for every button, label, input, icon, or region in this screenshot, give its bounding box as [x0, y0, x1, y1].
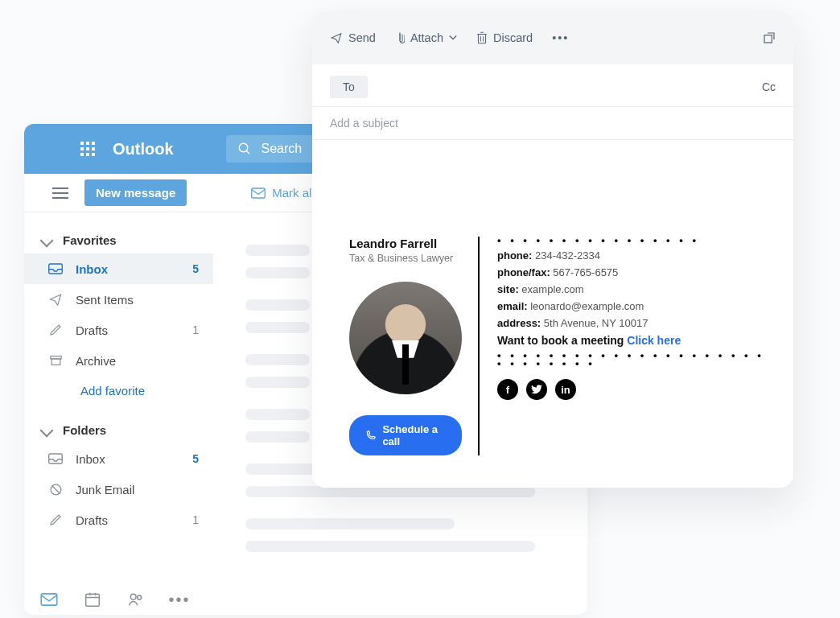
search-placeholder: Search [261, 142, 303, 156]
hamburger-icon[interactable] [52, 187, 68, 199]
popout-button[interactable] [763, 31, 776, 44]
favorites-section-header[interactable]: Favorites [24, 227, 213, 253]
svg-line-8 [51, 485, 60, 493]
sidebar-item-label: Archive [76, 354, 199, 368]
search-icon [237, 142, 252, 156]
svg-point-14 [130, 594, 136, 599]
send-label: Send [348, 31, 376, 44]
more-actions-button[interactable]: ••• [552, 31, 569, 44]
sidebar-folder-inbox[interactable]: Inbox 5 [24, 443, 213, 474]
sidebar-item-count: 1 [192, 323, 199, 336]
mail-app-icon[interactable] [39, 591, 60, 608]
skeleton-line [245, 354, 310, 365]
subject-input[interactable]: Add a subject [312, 107, 793, 140]
chevron-down-icon [449, 35, 457, 41]
send-button[interactable]: Send [330, 31, 376, 44]
cc-button[interactable]: Cc [762, 80, 776, 93]
discard-label: Discard [493, 31, 533, 44]
sidebar-item-count: 1 [192, 513, 199, 526]
sidebar-folder-junk[interactable]: Junk Email [24, 474, 213, 505]
sidebar-item-label: Inbox [76, 262, 179, 276]
twitter-icon[interactable] [526, 379, 547, 400]
svg-rect-3 [49, 264, 63, 274]
blocked-icon [48, 482, 63, 496]
linkedin-icon[interactable]: in [555, 379, 576, 400]
signature-name: Leandro Farrell [349, 237, 462, 250]
svg-rect-6 [49, 454, 63, 464]
skeleton-line [245, 541, 535, 552]
app-title: Outlook [113, 140, 174, 159]
pencil-icon [48, 513, 63, 527]
chevron-down-icon [40, 233, 54, 247]
attach-label: Attach [410, 31, 443, 44]
sidebar-folder-drafts[interactable]: Drafts 1 [24, 505, 213, 535]
signature-phone: phone: 234-432-2334 [497, 249, 769, 262]
people-app-icon[interactable] [126, 591, 146, 608]
social-icons: f in [497, 379, 769, 400]
compose-window: Send Attach Discard ••• To Cc Add a subj… [312, 11, 793, 488]
svg-point-15 [138, 595, 142, 599]
skeleton-line [245, 245, 310, 256]
sidebar-item-archive[interactable]: Archive [24, 345, 213, 376]
sidebar-item-inbox[interactable]: Inbox 5 [24, 253, 213, 284]
send-icon [48, 292, 63, 307]
new-message-button[interactable]: New message [84, 179, 187, 206]
skeleton-line [245, 409, 310, 420]
inbox-icon [48, 451, 63, 466]
to-chip[interactable]: To [330, 76, 368, 98]
signature-address: address: 5th Avenue, NY 10017 [497, 317, 769, 329]
divider-dots: • • • • • • • • • • • • • • • • [497, 237, 769, 245]
divider-dots: • • • • • • • • • • • • • • • • • • • • … [497, 352, 769, 368]
svg-rect-16 [478, 34, 485, 43]
email-signature: Leandro Farrell Tax & Business Lawyer Sc… [349, 237, 769, 455]
sidebar-item-label: Junk Email [76, 483, 199, 496]
signature-site: site: example.com [497, 283, 769, 295]
signature-meeting: Want to book a meeting Click here [497, 334, 769, 347]
to-field-row[interactable]: To Cc [312, 64, 793, 107]
sidebar-item-count: 5 [192, 452, 199, 465]
svg-point-0 [239, 143, 248, 152]
schedule-call-button[interactable]: Schedule a call [349, 415, 462, 455]
envelope-icon [251, 187, 266, 199]
sidebar-item-label: Sent Items [76, 293, 199, 307]
sidebar-item-count: 5 [192, 262, 199, 275]
skeleton-line [245, 486, 535, 497]
svg-rect-10 [86, 594, 100, 606]
skeleton-line [245, 377, 310, 388]
svg-rect-9 [41, 594, 57, 605]
app-switcher: ••• [39, 591, 190, 608]
skeleton-line [245, 431, 310, 443]
folders-section-header[interactable]: Folders [24, 417, 213, 443]
meeting-link[interactable]: Click here [627, 334, 681, 347]
pencil-icon [48, 323, 63, 337]
facebook-icon[interactable]: f [497, 379, 518, 400]
attach-button[interactable]: Attach [395, 31, 457, 45]
add-favorite-button[interactable]: Add favorite [24, 376, 213, 406]
svg-rect-21 [764, 35, 772, 43]
sidebar-item-label: Inbox [76, 452, 179, 466]
signature-role: Tax & Business Lawyer [349, 253, 462, 264]
skeleton-line [245, 299, 310, 311]
signature-fax: phone/fax: 567-765-6575 [497, 266, 769, 278]
skeleton-line [245, 518, 455, 529]
sidebar-item-drafts[interactable]: Drafts 1 [24, 315, 213, 345]
avatar [349, 282, 462, 394]
folders-label: Folders [63, 423, 106, 437]
discard-button[interactable]: Discard [476, 31, 533, 44]
app-launcher-icon[interactable] [80, 142, 95, 156]
favorites-label: Favorites [63, 233, 117, 247]
more-apps-icon[interactable]: ••• [169, 591, 190, 608]
svg-rect-2 [252, 188, 266, 198]
sidebar-item-label: Drafts [76, 323, 179, 337]
signature-email: email: leonardo@example.com [497, 300, 769, 312]
archive-icon [48, 353, 63, 368]
add-favorite-label: Add favorite [80, 384, 145, 398]
sidebar-item-label: Drafts [76, 513, 179, 527]
skeleton-line [245, 267, 310, 278]
sidebar-item-sent[interactable]: Sent Items [24, 284, 213, 315]
compose-toolbar: Send Attach Discard ••• [312, 11, 793, 64]
svg-rect-5 [51, 359, 60, 365]
meeting-text: Want to book a meeting [497, 334, 624, 347]
calendar-app-icon[interactable] [82, 591, 103, 608]
inbox-icon [48, 262, 63, 276]
